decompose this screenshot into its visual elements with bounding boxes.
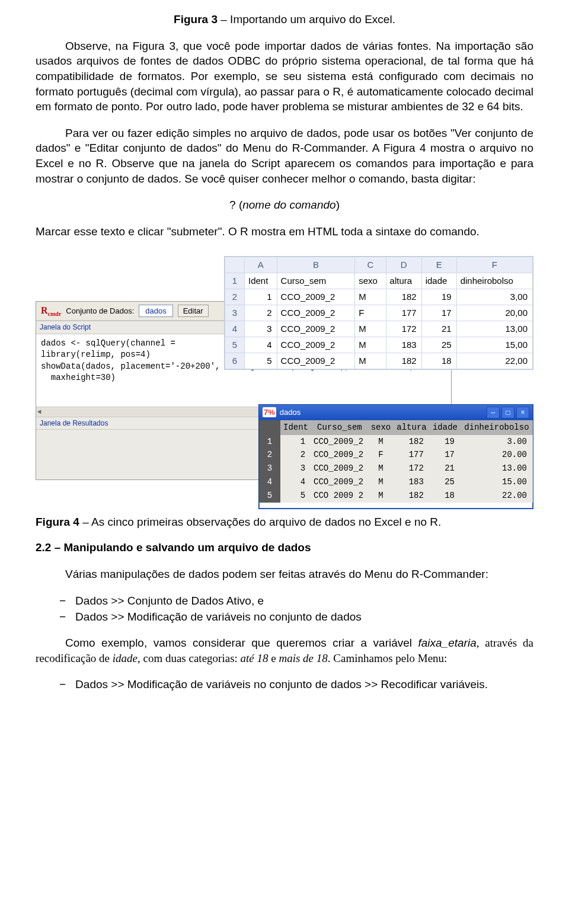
list-item: −Dados >> Modificação de variáveis no co… (59, 677, 533, 692)
excel-cell[interactable]: 182 (386, 353, 421, 369)
figure4-text: – As cinco primeiras observações do arqu… (79, 516, 441, 528)
figure4-caption: Figura 4 – As cinco primeiras observaçõe… (36, 514, 533, 530)
excel-cell[interactable]: 13,00 (456, 321, 532, 337)
dash-icon: − (59, 593, 66, 609)
excel-cell[interactable]: 4 (245, 337, 277, 353)
figure4-composite: Rcmdr Conjunto de Dados: dados Editar Ja… (36, 256, 533, 511)
excel-row-header[interactable]: 3 (225, 305, 245, 321)
paragraph-3: Marcar esse texto e clicar "submeter". O… (36, 224, 533, 239)
excel-cell[interactable]: CCO_2009_2 (277, 305, 355, 321)
dados-col-header: dinheirobolso (461, 420, 533, 435)
dados-col-header: Ident (280, 420, 311, 435)
chevron-left-icon: ◄ (37, 408, 41, 417)
excel-cell[interactable]: 19 (421, 289, 456, 305)
paragraph-1: Observe, na Figura 3, que você pode impo… (36, 39, 533, 114)
excel-cell[interactable]: Curso_sem (277, 273, 355, 289)
excel-cell[interactable]: 15,00 (456, 337, 532, 353)
excel-row-header[interactable]: 6 (225, 353, 245, 369)
excel-cell[interactable]: 21 (421, 321, 456, 337)
excel-window: A B C D E F 1 Ident Curso_sem sexo altur… (224, 256, 533, 370)
excel-cell[interactable]: dinheirobolso (456, 273, 532, 289)
excel-col-header[interactable]: A (245, 257, 277, 273)
dados-corner (259, 420, 280, 435)
table-row: 44CCO_2009_2M1832515.00 (259, 475, 533, 489)
excel-cell[interactable]: 172 (386, 321, 421, 337)
table-row: 55CCO 2009 2M1821822.00 (259, 489, 533, 503)
dados-table: Ident Curso_sem sexo altura idade dinhei… (259, 420, 533, 503)
excel-cell[interactable]: idade (421, 273, 456, 289)
tk-icon: 7% (263, 407, 276, 418)
excel-cell[interactable]: M (355, 337, 386, 353)
dados-title: dados (280, 407, 301, 418)
excel-cell[interactable]: 25 (421, 337, 456, 353)
excel-cell[interactable]: 3,00 (456, 289, 532, 305)
dados-window: 7% dados – □ × Ident Curso_sem sexo altu… (258, 404, 533, 509)
excel-cell[interactable]: CCO_2009_2 (277, 321, 355, 337)
rcommander-logo-icon: Rcmdr (41, 304, 61, 318)
table-row: 33CCO_2009_2M1722113.00 (259, 462, 533, 475)
section-2-2-heading: 2.2 – Manipulando e salvando um arquivo … (36, 540, 533, 555)
command-help-italic: nome do comando (242, 199, 335, 211)
excel-cell[interactable]: M (355, 353, 386, 369)
excel-row-header[interactable]: 2 (225, 289, 245, 305)
excel-cell[interactable]: F (355, 305, 386, 321)
excel-cell[interactable]: sexo (355, 273, 386, 289)
table-row: 22CCO_2009_2F1771720.00 (259, 448, 533, 462)
dados-titlebar[interactable]: 7% dados – □ × (259, 405, 533, 420)
excel-row-header[interactable]: 5 (225, 337, 245, 353)
excel-cell[interactable]: M (355, 289, 386, 305)
figure3-text: – Importando um arquivo do Excel. (218, 13, 395, 25)
excel-col-header[interactable]: E (421, 257, 456, 273)
maximize-button[interactable]: □ (501, 407, 514, 418)
dados-col-header: altura (394, 420, 430, 435)
command-help-line: ? (nome do comando) (36, 197, 533, 213)
excel-cell[interactable]: 3 (245, 321, 277, 337)
paragraph-5: Como exemplo, vamos considerar que quere… (36, 635, 533, 666)
excel-cell[interactable]: 18 (421, 353, 456, 369)
minimize-button[interactable]: – (487, 407, 500, 418)
excel-table: A B C D E F 1 Ident Curso_sem sexo altur… (225, 257, 533, 369)
excel-col-header[interactable]: D (386, 257, 421, 273)
excel-cell[interactable]: M (355, 321, 386, 337)
excel-cell[interactable]: 22,00 (456, 353, 532, 369)
list-item: −Dados >> Conjunto de Dados Ativo, e (59, 593, 533, 609)
paragraph-4: Várias manipulações de dados podem ser f… (36, 567, 533, 582)
close-button[interactable]: × (516, 407, 529, 418)
bullet-list-1: −Dados >> Conjunto de Dados Ativo, e −Da… (59, 593, 533, 625)
excel-cell[interactable]: altura (386, 273, 421, 289)
figure3-label: Figura 3 (174, 13, 218, 25)
rcmdr-dataset-label: Conjunto de Dados: (66, 306, 134, 316)
excel-row-header[interactable]: 1 (225, 273, 245, 289)
excel-row-header[interactable]: 4 (225, 321, 245, 337)
excel-cell[interactable]: CCO_2009_2 (277, 353, 355, 369)
excel-cell[interactable]: 2 (245, 305, 277, 321)
dados-col-header: Curso_sem (311, 420, 368, 435)
dash-icon: − (59, 609, 66, 625)
excel-cell[interactable]: 20,00 (456, 305, 532, 321)
figure4-label: Figura 4 (36, 516, 79, 528)
paragraph-2: Para ver ou fazer edição simples no arqu… (36, 126, 533, 187)
excel-cell[interactable]: Ident (245, 273, 277, 289)
excel-cell[interactable]: CCO_2009_2 (277, 337, 355, 353)
excel-cell[interactable]: 5 (245, 353, 277, 369)
excel-cell[interactable]: 183 (386, 337, 421, 353)
dados-col-header: idade (430, 420, 461, 435)
excel-corner-cell[interactable] (225, 257, 245, 273)
excel-col-header[interactable]: B (277, 257, 355, 273)
rcmdr-edit-button[interactable]: Editar (178, 305, 209, 318)
excel-col-header[interactable]: C (355, 257, 386, 273)
bullet-list-2: −Dados >> Modificação de variáveis no co… (59, 677, 533, 692)
excel-cell[interactable]: 1 (245, 289, 277, 305)
table-row: 11CCO_2009_2M182193.00 (259, 435, 533, 449)
excel-cell[interactable]: CCO_2009_2 (277, 289, 355, 305)
rcmdr-dataset-value[interactable]: dados (139, 305, 172, 318)
excel-cell[interactable]: 182 (386, 289, 421, 305)
excel-cell[interactable]: 17 (421, 305, 456, 321)
list-item: −Dados >> Modificação de variáveis no co… (59, 609, 533, 625)
excel-cell[interactable]: 177 (386, 305, 421, 321)
figure3-caption: Figura 3 – Importando um arquivo do Exce… (36, 12, 533, 27)
dados-col-header: sexo (368, 420, 394, 435)
excel-col-header[interactable]: F (456, 257, 532, 273)
dash-icon: − (59, 677, 66, 692)
